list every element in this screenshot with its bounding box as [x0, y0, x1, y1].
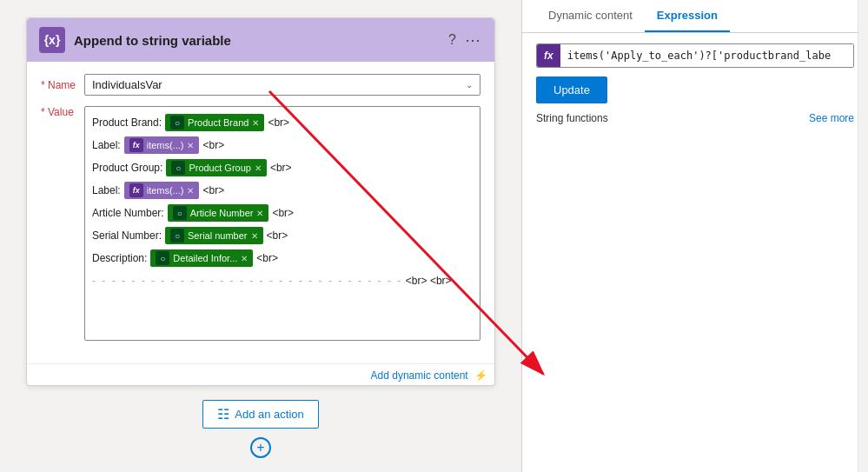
article-number-token[interactable]: ○ Article Number ✕: [168, 204, 269, 222]
right-panel: Dynamic content Expression fx Update Str…: [521, 0, 868, 472]
article-number-row: Article Number: ○ Article Number ✕ <br>: [92, 204, 473, 222]
token-icon-an: ○: [173, 206, 187, 220]
right-panel-tabs: Dynamic content Expression: [522, 0, 868, 33]
card-header-left: {x} Append to string variable: [39, 27, 231, 53]
lightning-icon: ⚡: [474, 369, 487, 382]
token-remove-desc[interactable]: ✕: [241, 254, 248, 263]
card-header-actions: ? ⋯: [448, 30, 482, 50]
br-text-1: <br>: [268, 116, 289, 129]
token-remove-pg[interactable]: ✕: [255, 163, 262, 173]
label-2: Label:: [92, 184, 121, 196]
token-icon-desc: ○: [156, 251, 169, 265]
br-text-4: <br>: [202, 184, 224, 196]
string-functions-row: String functions See more: [536, 112, 854, 124]
items-token-1[interactable]: fx items(...) ✕: [124, 136, 200, 154]
product-group-label: Product Group:: [92, 162, 162, 174]
product-brand-token[interactable]: ○ Product Brand ✕: [165, 114, 264, 131]
card-title: Append to string variable: [74, 33, 231, 48]
product-group-row: Product Group: ○ Product Group ✕ <br>: [92, 159, 473, 176]
token-text-sn: Serial number: [188, 230, 247, 241]
dotted-line-text: - - - - - - - - - - - - - - - - - - - - …: [92, 275, 402, 287]
help-icon[interactable]: ?: [448, 32, 456, 48]
see-more-link[interactable]: See more: [809, 112, 854, 124]
name-input[interactable]: [92, 78, 466, 91]
serial-number-label: Serial Number:: [92, 229, 162, 242]
description-label: Description:: [92, 252, 147, 264]
card-body: * Name ⌄ * Value Product Brand:: [27, 62, 494, 363]
add-dynamic-label[interactable]: Add dynamic content: [371, 369, 468, 382]
token-text-pg: Product Group: [189, 163, 251, 173]
name-label: * Name: [41, 79, 84, 91]
update-button[interactable]: Update: [536, 76, 607, 103]
token-icon-fx-1: fx: [129, 138, 143, 152]
br-text-2: <br>: [202, 139, 224, 151]
plus-circle-button[interactable]: +: [250, 437, 271, 458]
serial-number-token[interactable]: ○ Serial number ✕: [165, 227, 262, 244]
card-header: {x} Append to string variable ? ⋯: [27, 18, 494, 62]
label-items-row-2: Label: fx items(...) ✕ <br>: [92, 182, 473, 199]
value-row: * Value Product Brand: ○ Product Brand ✕…: [41, 106, 480, 341]
expression-input-row: fx: [536, 43, 854, 68]
br-suffix: <br> <br>: [406, 275, 452, 287]
left-panel: {x} Append to string variable ? ⋯ * Name…: [0, 0, 521, 472]
product-brand-row: Product Brand: ○ Product Brand ✕ <br>: [92, 114, 473, 131]
label-items-row-1: Label: fx items(...) ✕ <br>: [92, 136, 473, 154]
token-remove-an[interactable]: ✕: [256, 209, 263, 218]
fx-badge: fx: [537, 44, 560, 67]
value-label: * Value: [41, 106, 84, 118]
name-input-wrapper[interactable]: ⌄: [84, 74, 480, 96]
product-group-token[interactable]: ○ Product Group ✕: [166, 159, 267, 176]
token-remove-items-1[interactable]: ✕: [187, 141, 194, 150]
expression-input[interactable]: [560, 44, 853, 67]
token-remove-items-2[interactable]: ✕: [187, 186, 194, 196]
token-icon-pg: ○: [171, 161, 185, 175]
token-text-an: Article Number: [190, 208, 254, 218]
token-text: Product Brand: [188, 117, 248, 128]
br-text-7: <br>: [256, 252, 278, 264]
tab-expression[interactable]: Expression: [645, 0, 730, 32]
label-1: Label:: [92, 139, 121, 151]
value-input-area[interactable]: Product Brand: ○ Product Brand ✕ <br> La…: [84, 106, 480, 341]
token-text-desc: Detailed Infor...: [173, 253, 237, 263]
token-remove-sn[interactable]: ✕: [251, 231, 258, 241]
article-number-label: Article Number:: [92, 207, 164, 219]
card-icon: {x}: [39, 27, 65, 53]
chevron-down-icon: ⌄: [466, 80, 473, 90]
right-panel-body: fx Update String functions See more: [522, 33, 868, 472]
items-token-2[interactable]: fx items(...) ✕: [124, 182, 200, 199]
scrollbar[interactable]: [858, 0, 868, 472]
table-icon: ☷: [217, 406, 229, 422]
more-icon[interactable]: ⋯: [465, 30, 482, 50]
br-text-6: <br>: [267, 229, 288, 242]
description-row: Description: ○ Detailed Infor... ✕ <br>: [92, 249, 473, 267]
add-action-label: Add an action: [235, 408, 304, 421]
dotted-separator: - - - - - - - - - - - - - - - - - - - - …: [92, 274, 473, 287]
product-brand-label: Product Brand:: [92, 116, 162, 129]
token-icon-sn: ○: [170, 229, 184, 243]
append-string-card: {x} Append to string variable ? ⋯ * Name…: [26, 17, 495, 386]
token-remove-icon[interactable]: ✕: [252, 118, 259, 128]
string-functions-label: String functions: [536, 112, 608, 124]
token-icon: ○: [170, 116, 184, 130]
tab-dynamic-content[interactable]: Dynamic content: [536, 0, 645, 32]
add-action-button[interactable]: ☷ Add an action: [202, 400, 319, 429]
token-icon-fx-2: fx: [129, 183, 143, 197]
token-text-items-1: items(...): [147, 140, 184, 150]
description-token[interactable]: ○ Detailed Infor... ✕: [150, 249, 253, 267]
serial-number-row: Serial Number: ○ Serial number ✕ <br>: [92, 227, 473, 244]
add-action-area: ☷ Add an action +: [202, 400, 319, 458]
br-text-5: <br>: [272, 207, 294, 219]
add-dynamic-content[interactable]: Add dynamic content ⚡: [27, 363, 494, 385]
br-text-3: <br>: [270, 162, 292, 174]
token-text-items-2: items(...): [147, 185, 184, 196]
name-row: * Name ⌄: [41, 74, 480, 96]
